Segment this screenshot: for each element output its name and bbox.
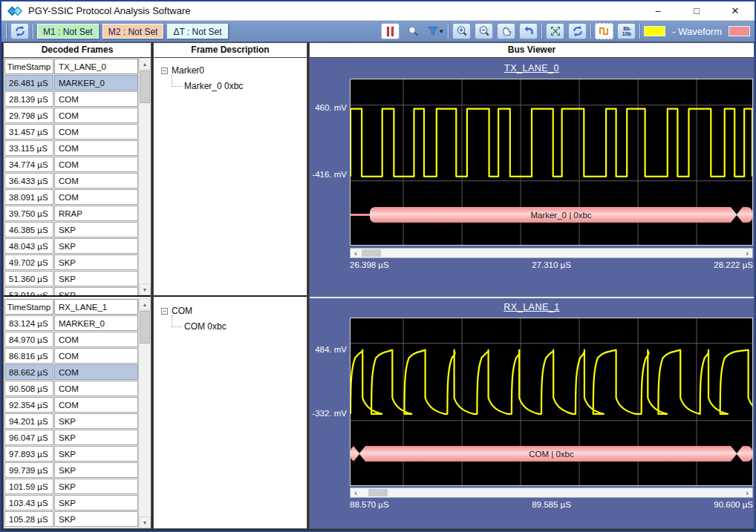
rx-hscrollbar[interactable]: ‹ › xyxy=(350,487,753,498)
markers-button[interactable] xyxy=(381,23,400,39)
marker2-status-chip[interactable]: M2 : Not Set xyxy=(102,24,164,39)
timestamp-cell[interactable]: 96.047 µS xyxy=(4,430,53,445)
scroll-left-icon[interactable]: ‹ xyxy=(351,488,361,497)
timestamp-cell[interactable]: 97.893 µS xyxy=(4,446,53,462)
timestamp-cell[interactable]: 36.433 µS xyxy=(4,173,53,188)
column-header-lane[interactable]: RX_LANE_1 xyxy=(54,299,138,315)
timestamp-cell[interactable]: 84.970 µS xyxy=(4,332,53,347)
delta-t-status-chip[interactable]: ΔT : Not Set xyxy=(167,24,227,39)
table-row[interactable]: 51.360 µSSKP xyxy=(4,270,138,286)
table-row[interactable]: 28.139 µSCOM xyxy=(4,91,138,107)
table-row[interactable]: 53.019 µSSKP xyxy=(4,286,138,297)
frame-type-cell[interactable]: COM xyxy=(54,91,138,107)
scroll-up-icon[interactable]: ▲ xyxy=(139,58,151,70)
timestamp-cell[interactable]: 101.59 µS xyxy=(4,479,53,494)
table-row[interactable]: 83.124 µSMARKER_0 xyxy=(4,315,138,331)
timestamp-cell[interactable]: 51.360 µS xyxy=(4,271,53,286)
refresh-view-button[interactable] xyxy=(568,23,587,39)
table-row[interactable]: 39.750 µSRRAP xyxy=(4,205,138,221)
tree-child-node[interactable]: COM 0xbc xyxy=(161,316,307,332)
timestamp-cell[interactable]: 38.091 µS xyxy=(4,189,53,205)
frame-type-cell[interactable]: COM xyxy=(54,397,138,413)
frame-type-cell[interactable]: RRAP xyxy=(54,206,138,221)
tree-collapse-icon[interactable]: − xyxy=(161,308,168,315)
table-row[interactable]: 103.43 µSSKP xyxy=(4,494,138,510)
timestamp-cell[interactable]: 88.662 µS xyxy=(4,364,53,380)
timestamp-cell[interactable]: 29.798 µS xyxy=(4,108,53,123)
table-row[interactable]: 34.774 µSCOM xyxy=(4,156,138,172)
column-header-timestamp[interactable]: TimeStamp xyxy=(4,59,53,74)
table-row[interactable]: 101.59 µSSKP xyxy=(4,478,138,494)
table-row[interactable]: 88.662 µSCOM xyxy=(4,364,138,380)
table-row[interactable]: 38.091 µSCOM xyxy=(4,188,138,205)
scroll-right-icon[interactable]: › xyxy=(742,249,752,257)
scroll-up-icon[interactable]: ▲ xyxy=(139,298,151,310)
undo-button[interactable] xyxy=(519,23,538,39)
filter-button[interactable]: ▾ xyxy=(426,23,444,39)
frame-type-cell[interactable]: COM xyxy=(54,381,138,396)
zoom-in-button[interactable] xyxy=(452,23,471,39)
scroll-thumb[interactable] xyxy=(140,311,150,344)
frame-type-cell[interactable]: COM xyxy=(54,173,138,188)
frame-type-cell[interactable]: COM xyxy=(54,157,138,172)
table-row[interactable]: 94.201 µSSKP xyxy=(4,413,138,429)
tree-child-node[interactable]: Marker_0 0xbc xyxy=(161,76,307,92)
frame-type-cell[interactable]: SKP xyxy=(54,462,138,478)
scroll-thumb[interactable] xyxy=(368,489,388,496)
timestamp-cell[interactable]: 49.702 µS xyxy=(4,254,53,270)
timestamp-cell[interactable]: 39.750 µS xyxy=(4,206,53,221)
filter-dropdown-caret[interactable]: ▾ xyxy=(440,27,443,35)
timestamp-cell[interactable]: 86.816 µS xyxy=(4,348,53,364)
tx-decode-band[interactable]: Marker_0 | 0xbc xyxy=(370,207,752,223)
table-row[interactable]: 97.893 µSSKP xyxy=(4,445,138,462)
frame-type-cell[interactable]: SKP xyxy=(54,479,138,494)
timestamp-cell[interactable]: 48.043 µS xyxy=(4,238,53,254)
minimize-button[interactable]: – xyxy=(639,1,677,20)
column-header-timestamp[interactable]: TimeStamp xyxy=(4,299,53,315)
frame-type-cell[interactable]: COM xyxy=(54,108,138,123)
timestamp-cell[interactable]: 34.774 µS xyxy=(4,157,53,172)
timestamp-cell[interactable]: 31.457 µS xyxy=(4,124,53,139)
encode-8b10b-button[interactable]: 8b-10b xyxy=(617,23,636,39)
timestamp-cell[interactable]: 92.354 µS xyxy=(4,397,53,413)
table-row[interactable]: 96.047 µSSKP xyxy=(4,429,138,445)
rx-decode-band[interactable]: COM | 0xbc xyxy=(351,446,752,462)
frame-type-cell[interactable]: COM xyxy=(54,364,138,380)
frame-type-cell[interactable]: MARKER_0 xyxy=(54,75,138,91)
table-row[interactable]: 86.816 µSCOM xyxy=(4,347,138,364)
tx-waveform-plot[interactable]: Marker_0 | 0xbc xyxy=(350,79,753,246)
table-row[interactable]: 99.739 µSSKP xyxy=(4,462,138,478)
frame-type-cell[interactable]: COM xyxy=(54,348,138,364)
frame-type-cell[interactable]: COM xyxy=(54,332,138,347)
table-row[interactable]: 48.043 µSSKP xyxy=(4,237,138,254)
table-row[interactable]: 29.798 µSCOM xyxy=(4,107,138,123)
timestamp-cell[interactable]: 83.124 µS xyxy=(4,315,53,331)
tree-root-node[interactable]: −Marker0 xyxy=(161,65,307,76)
frame-type-cell[interactable]: SKP xyxy=(54,430,138,445)
tx-hscrollbar[interactable]: ‹ › xyxy=(350,248,753,258)
search-button[interactable] xyxy=(403,23,422,39)
table-row[interactable]: 31.457 µSCOM xyxy=(4,123,138,139)
column-header-lane[interactable]: TX_LANE_0 xyxy=(54,59,138,74)
table-row[interactable]: 84.970 µSCOM xyxy=(4,331,138,347)
frame-type-cell[interactable]: SKP xyxy=(54,254,138,270)
pan-button[interactable] xyxy=(497,23,515,39)
timestamp-cell[interactable]: 90.508 µS xyxy=(4,381,53,396)
frame-type-cell[interactable]: MARKER_0 xyxy=(54,315,138,331)
bus-decode-button[interactable] xyxy=(595,23,613,39)
scroll-down-icon[interactable]: ▼ xyxy=(139,516,151,528)
timestamp-cell[interactable]: 53.019 µS xyxy=(4,287,53,297)
tree-collapse-icon[interactable]: − xyxy=(161,68,168,74)
scroll-down-icon[interactable]: ▼ xyxy=(139,283,151,295)
refresh-button[interactable] xyxy=(10,23,29,39)
table-row[interactable]: 36.433 µSCOM xyxy=(4,172,138,188)
frame-type-cell[interactable]: SKP xyxy=(54,238,138,254)
timestamp-cell[interactable]: 46.385 µS xyxy=(4,222,53,237)
table-row[interactable]: 33.115 µSCOM xyxy=(4,139,138,156)
rx-waveform-plot[interactable]: COM | 0xbc xyxy=(350,318,753,486)
timestamp-cell[interactable]: 99.739 µS xyxy=(4,462,53,478)
marker1-status-chip[interactable]: M1 : Not Set xyxy=(37,24,99,39)
timestamp-cell[interactable]: 103.43 µS xyxy=(4,495,53,510)
fit-screen-button[interactable] xyxy=(546,23,564,39)
timestamp-cell[interactable]: 26.481 µS xyxy=(4,75,53,91)
